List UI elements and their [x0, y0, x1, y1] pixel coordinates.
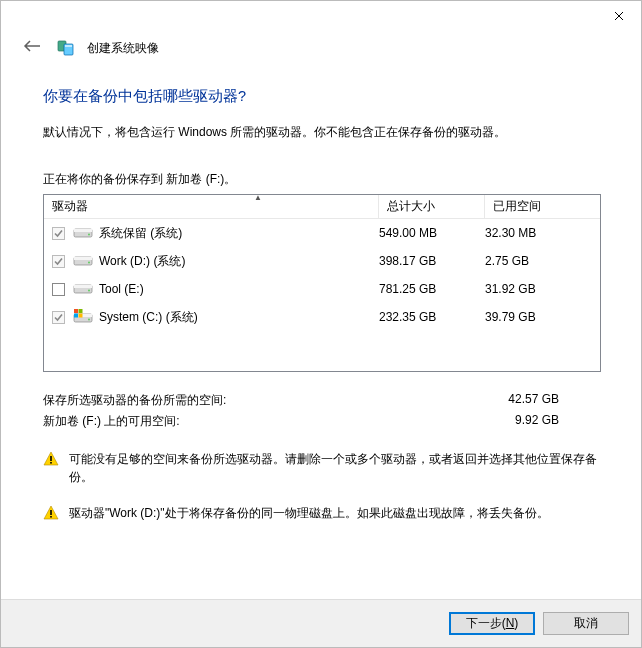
dialog-window: 创建系统映像 你要在备份中包括哪些驱动器? 默认情况下，将包含运行 Window…: [0, 0, 642, 648]
next-button[interactable]: 下一步(N): [449, 612, 535, 635]
saving-destination: 正在将你的备份保存到 新加卷 (F:)。: [43, 171, 601, 188]
description: 默认情况下，将包含运行 Windows 所需的驱动器。你不能包含正在保存备份的驱…: [43, 124, 601, 141]
header: 创建系统映像: [1, 33, 641, 69]
drive-checkbox: [52, 255, 65, 268]
column-header-drive[interactable]: 驱动器: [44, 195, 379, 218]
warning-icon: [43, 505, 59, 521]
warnings: 可能没有足够的空间来备份所选驱动器。请删除一个或多个驱动器，或者返回并选择其他位…: [43, 450, 601, 522]
drive-table: 驱动器 ▲ 总计大小 已用空间 系统保留 (系统)549.00 MB32.30 …: [43, 194, 601, 372]
header-title: 创建系统映像: [87, 40, 159, 57]
cancel-button[interactable]: 取消: [543, 612, 629, 635]
svg-rect-7: [74, 257, 92, 260]
svg-rect-22: [50, 516, 52, 518]
drive-name: Tool (E:): [99, 282, 144, 296]
table-header: 驱动器 ▲ 总计大小 已用空间: [44, 195, 600, 219]
hdd-icon: [73, 281, 93, 297]
cell-used: 31.92 GB: [485, 282, 600, 296]
cell-total: 781.25 GB: [379, 282, 485, 296]
table-row[interactable]: Tool (E:)781.25 GB31.92 GB: [44, 275, 600, 303]
svg-point-11: [88, 290, 90, 292]
cell-total: 232.35 GB: [379, 310, 485, 324]
back-button[interactable]: [19, 37, 45, 59]
cell-drive: Tool (E:): [73, 281, 379, 297]
cell-total: 398.17 GB: [379, 254, 485, 268]
drive-checkbox: [52, 311, 65, 324]
drive-name: 系统保留 (系统): [99, 225, 182, 242]
svg-rect-18: [79, 314, 83, 318]
cell-used: 32.30 MB: [485, 226, 600, 240]
svg-rect-20: [50, 462, 52, 464]
drive-checkbox[interactable]: [52, 283, 65, 296]
app-icon: [57, 39, 75, 57]
svg-rect-4: [74, 229, 92, 232]
table-row[interactable]: Work (D:) (系统)398.17 GB2.75 GB: [44, 247, 600, 275]
svg-point-14: [88, 319, 90, 321]
content-area: 你要在备份中包括哪些驱动器? 默认情况下，将包含运行 Windows 所需的驱动…: [1, 69, 641, 599]
svg-point-5: [88, 234, 90, 236]
titlebar: [1, 1, 641, 33]
svg-rect-2: [65, 45, 72, 47]
warning-item: 驱动器"Work (D:)"处于将保存备份的同一物理磁盘上。如果此磁盘出现故障，…: [43, 504, 601, 522]
summary-required-value: 42.57 GB: [508, 392, 559, 409]
table-row[interactable]: 系统保留 (系统)549.00 MB32.30 MB: [44, 219, 600, 247]
cell-used: 39.79 GB: [485, 310, 600, 324]
summary: 保存所选驱动器的备份所需的空间: 42.57 GB 新加卷 (F:) 上的可用空…: [43, 390, 601, 432]
column-header-total[interactable]: 总计大小: [379, 195, 485, 218]
close-button[interactable]: [596, 1, 641, 31]
sort-indicator-icon: ▲: [254, 193, 262, 202]
drive-name: System (C:) (系统): [99, 309, 198, 326]
svg-rect-21: [50, 510, 52, 515]
page-heading: 你要在备份中包括哪些驱动器?: [43, 87, 601, 106]
warning-text: 驱动器"Work (D:)"处于将保存备份的同一物理磁盘上。如果此磁盘出现故障，…: [69, 504, 549, 522]
back-arrow-icon: [23, 39, 41, 53]
cell-used: 2.75 GB: [485, 254, 600, 268]
table-row[interactable]: System (C:) (系统)232.35 GB39.79 GB: [44, 303, 600, 331]
summary-required: 保存所选驱动器的备份所需的空间: 42.57 GB: [43, 390, 601, 411]
summary-available-label: 新加卷 (F:) 上的可用空间:: [43, 413, 180, 430]
hdd-icon: [73, 253, 93, 269]
summary-required-label: 保存所选驱动器的备份所需的空间:: [43, 392, 226, 409]
svg-rect-15: [74, 309, 78, 313]
cell-total: 549.00 MB: [379, 226, 485, 240]
close-icon: [614, 11, 624, 21]
summary-available-value: 9.92 GB: [515, 413, 559, 430]
summary-available: 新加卷 (F:) 上的可用空间: 9.92 GB: [43, 411, 601, 432]
windows-drive-icon: [73, 309, 93, 325]
svg-rect-16: [79, 309, 83, 313]
warning-icon: [43, 451, 59, 467]
cell-drive: System (C:) (系统): [73, 309, 379, 326]
hdd-icon: [73, 225, 93, 241]
svg-point-8: [88, 262, 90, 264]
drive-name: Work (D:) (系统): [99, 253, 185, 270]
warning-item: 可能没有足够的空间来备份所选驱动器。请删除一个或多个驱动器，或者返回并选择其他位…: [43, 450, 601, 486]
svg-rect-10: [74, 285, 92, 288]
drive-checkbox: [52, 227, 65, 240]
cell-drive: 系统保留 (系统): [73, 225, 379, 242]
footer: 下一步(N) 取消: [1, 599, 641, 647]
svg-rect-17: [74, 314, 78, 318]
warning-text: 可能没有足够的空间来备份所选驱动器。请删除一个或多个驱动器，或者返回并选择其他位…: [69, 450, 601, 486]
cell-drive: Work (D:) (系统): [73, 253, 379, 270]
svg-rect-19: [50, 456, 52, 461]
column-header-used[interactable]: 已用空间: [485, 195, 600, 218]
